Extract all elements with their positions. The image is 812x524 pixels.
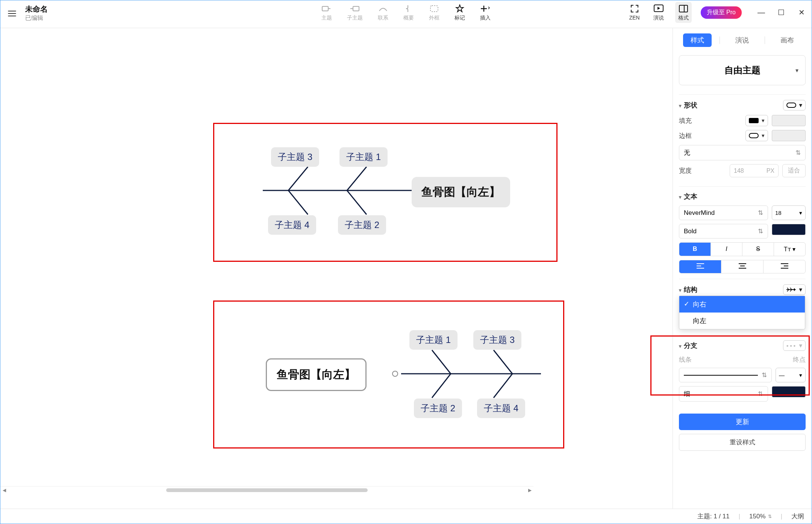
- toolbar-marker[interactable]: 标记: [452, 2, 467, 23]
- italic-button[interactable]: I: [711, 243, 742, 256]
- structure-option-right[interactable]: 向右: [679, 296, 805, 313]
- fishbone-icon: [786, 287, 796, 292]
- line-style-select[interactable]: ⇅: [679, 368, 772, 382]
- section-shape-title: 形状: [684, 101, 697, 109]
- fill-color-select[interactable]: ▾: [745, 115, 768, 126]
- theme-selector[interactable]: 自由主题 ▾: [679, 55, 806, 85]
- toolbar-zen[interactable]: ZEN: [627, 2, 642, 23]
- hamburger-icon: [7, 9, 17, 18]
- summary-icon: [403, 3, 414, 14]
- shape-style-select[interactable]: ▾: [783, 100, 806, 110]
- svg-rect-0: [322, 6, 328, 11]
- node2-sub4[interactable]: 子主题 4: [477, 399, 525, 418]
- node2-sub2[interactable]: 子主题 2: [414, 399, 462, 418]
- subtopic-icon: [350, 3, 360, 14]
- strike-button[interactable]: S: [742, 243, 774, 256]
- play-icon: [653, 3, 664, 14]
- toolbar-main: 主题 子主题 联系 概要 外框 标记 插入: [319, 2, 493, 23]
- fishbone-head-2[interactable]: 鱼骨图【向左】: [266, 358, 367, 391]
- maximize-button[interactable]: ☐: [778, 8, 785, 17]
- close-button[interactable]: ✕: [798, 8, 805, 17]
- branch-style-select[interactable]: • • •▾: [783, 340, 806, 351]
- reset-style-button[interactable]: 重设样式: [679, 434, 806, 451]
- toolbar-format[interactable]: 格式: [675, 2, 692, 23]
- plus-icon: [480, 3, 491, 14]
- menu-button[interactable]: [3, 5, 21, 22]
- minimize-button[interactable]: —: [757, 8, 764, 17]
- zoom-select[interactable]: 150%⇅: [749, 513, 771, 520]
- outline-toggle[interactable]: 大纲: [791, 512, 804, 521]
- textcase-button[interactable]: Tᴛ ▾: [774, 243, 805, 256]
- format-icon: [678, 3, 689, 14]
- node2-sub1[interactable]: 子主题 1: [409, 330, 458, 350]
- text-color-swatch[interactable]: [772, 224, 806, 235]
- svg-line-14: [494, 350, 512, 374]
- titlebar: 未命名 已编辑 主题 子主题 联系 概要 外框 标记 插入 ZEN 演说 格式 …: [0, 0, 812, 28]
- section-text-title: 文本: [684, 193, 697, 200]
- line-width-select[interactable]: 细⇅: [679, 386, 768, 402]
- toolbar-boundary[interactable]: 外框: [427, 2, 442, 23]
- line-end-select[interactable]: —▾: [776, 368, 806, 382]
- fill-color-swatch[interactable]: [772, 115, 806, 126]
- structure-option-left[interactable]: 向左: [679, 313, 805, 329]
- tab-present[interactable]: 演说: [728, 33, 756, 47]
- toolbar-relation[interactable]: 联系: [376, 2, 391, 23]
- relation-icon: [378, 3, 388, 14]
- line-color-swatch[interactable]: [772, 386, 806, 397]
- font-weight-select[interactable]: Bold⇅: [679, 224, 768, 239]
- toolbar-topic[interactable]: 主题: [319, 2, 334, 23]
- align-left-button[interactable]: [679, 260, 721, 273]
- document-status: 已编辑: [25, 14, 48, 22]
- toolbar-present[interactable]: 演说: [651, 2, 666, 23]
- svg-line-13: [432, 374, 451, 398]
- scroll-thumb[interactable]: [166, 488, 367, 492]
- format-panel: 样式 演说 画布 自由主题 ▾ ▾形状 ▾ 填充 ▾ 边框: [673, 28, 812, 509]
- border-pattern-select[interactable]: 无⇅: [679, 145, 806, 160]
- svg-rect-4: [679, 5, 688, 12]
- toolbar-insert[interactable]: 插入: [478, 2, 493, 23]
- boundary-icon: [429, 3, 439, 14]
- align-right-icon: [781, 263, 788, 269]
- horizontal-scrollbar[interactable]: ◀ ▶: [0, 486, 533, 494]
- document-title: 未命名: [25, 4, 48, 14]
- svg-rect-1: [353, 6, 359, 11]
- structure-dropdown: 向右 向左: [679, 296, 805, 329]
- scroll-left-arrow[interactable]: ◀: [0, 488, 8, 493]
- fit-button[interactable]: 适合: [782, 164, 806, 177]
- topic-icon: [321, 3, 332, 14]
- bold-button[interactable]: B: [679, 243, 711, 256]
- rounded-rect-icon: [786, 103, 796, 108]
- section-structure-title: 结构: [684, 286, 697, 293]
- tab-style[interactable]: 样式: [683, 33, 712, 47]
- section-branch-title: 分支: [684, 342, 697, 349]
- font-size-select[interactable]: 18▾: [772, 205, 806, 220]
- upgrade-button[interactable]: 升级至 Pro: [701, 6, 742, 19]
- topic-count: 主题: 1 / 11: [697, 512, 730, 521]
- chevron-down-icon: ▾: [795, 67, 798, 74]
- width-input[interactable]: 148PX: [730, 164, 779, 177]
- structure-direction-select[interactable]: ▾: [783, 284, 806, 295]
- update-button[interactable]: 更新: [679, 414, 806, 430]
- toolbar-subtopic[interactable]: 子主题: [345, 2, 365, 23]
- align-center-icon: [739, 263, 746, 269]
- border-style-select[interactable]: ▾: [745, 130, 768, 141]
- align-right-button[interactable]: [764, 260, 805, 273]
- align-center-button[interactable]: [721, 260, 764, 273]
- svg-line-15: [494, 374, 512, 398]
- svg-line-12: [432, 350, 451, 374]
- align-left-icon: [697, 263, 704, 269]
- font-family-select[interactable]: NeverMind⇅: [679, 205, 768, 220]
- svg-rect-2: [430, 6, 438, 12]
- scroll-right-arrow[interactable]: ▶: [526, 488, 533, 493]
- selection-handle[interactable]: [392, 371, 398, 377]
- statusbar: 主题: 1 / 11 | 150%⇅ | 大纲: [0, 509, 812, 524]
- node2-sub3[interactable]: 子主题 3: [473, 330, 521, 350]
- zen-icon: [629, 3, 640, 14]
- toolbar-summary[interactable]: 概要: [401, 2, 416, 23]
- star-icon: [454, 3, 465, 14]
- window-controls: — ☐ ✕: [757, 8, 805, 17]
- border-color-swatch[interactable]: [772, 130, 806, 141]
- fishbone-svg-2: [0, 28, 673, 509]
- canvas[interactable]: 子主题 3 子主题 1 子主题 4 子主题 2 鱼骨图【向左】 鱼骨图【向左】 …: [0, 28, 673, 509]
- tab-canvas[interactable]: 画布: [773, 33, 801, 47]
